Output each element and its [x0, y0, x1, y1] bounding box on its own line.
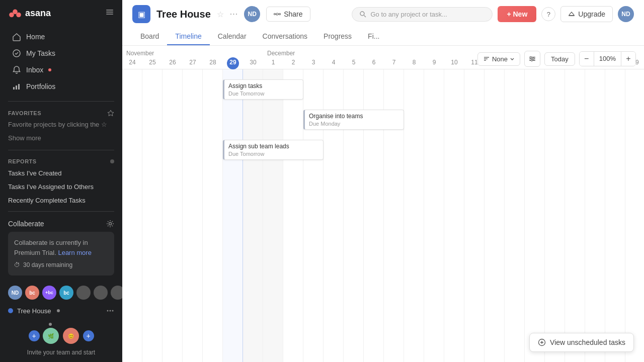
svg-rect-3	[106, 10, 113, 11]
grid-col-26	[163, 69, 183, 362]
svg-rect-4	[106, 12, 113, 13]
svg-point-31	[531, 60, 533, 61]
sidebar-item-home[interactable]: Home	[4, 29, 118, 45]
avatar-plus-bc[interactable]: +bc	[42, 286, 56, 300]
sort-icon	[483, 55, 490, 62]
svg-point-29	[530, 56, 532, 58]
day-cell-10: 10	[444, 58, 464, 69]
asana-logo-icon	[8, 6, 22, 20]
task-card[interactable]: Assign sub team leads Due Tomorrow	[223, 140, 324, 160]
share-label: Share	[284, 10, 302, 18]
help-button[interactable]: ?	[541, 7, 555, 21]
grid-col-27	[183, 69, 203, 362]
user-avatar[interactable]: ND	[618, 6, 634, 22]
project-color-dot	[8, 308, 13, 313]
report-recently-completed[interactable]: Recently Completed Tasks	[0, 194, 122, 207]
zoom-control: − 100% +	[579, 51, 636, 66]
svg-point-17	[279, 14, 281, 15]
invite-plus-button[interactable]: +	[29, 330, 40, 341]
day-cell-27: 27	[183, 58, 203, 69]
svg-point-15	[276, 13, 278, 15]
tab-conversations[interactable]: Conversations	[255, 28, 316, 45]
day-cell-8: 8	[404, 58, 424, 69]
new-button[interactable]: + New	[498, 6, 536, 22]
task-due: Due Tomorrow	[228, 90, 299, 97]
share-button[interactable]: Share	[266, 7, 310, 22]
upgrade-button[interactable]: Upgrade	[560, 6, 613, 22]
grid-col-8	[404, 69, 424, 362]
invite-plus-badge[interactable]: +	[83, 330, 94, 341]
sidebar-toggle-button[interactable]	[105, 8, 114, 19]
day-cell-9: 9	[424, 58, 444, 69]
task-card[interactable]: Assign tasks Due Tomorrow	[223, 79, 303, 100]
tab-timeline[interactable]: Timeline	[167, 28, 209, 45]
favorite-star-icon[interactable]: ☆	[217, 10, 224, 19]
sort-button[interactable]: None	[477, 52, 520, 66]
timeline-area: None Today − 100% + November 24 25 26	[122, 46, 644, 362]
tab-board[interactable]: Board	[132, 28, 167, 45]
day-cell-3: 3	[303, 58, 324, 69]
grid-col-2	[283, 69, 303, 362]
invite-dot	[49, 323, 52, 326]
timeline-controls: None Today − 100% +	[477, 51, 636, 67]
search-icon	[359, 11, 366, 18]
task-due: Due Monday	[309, 121, 399, 127]
view-unscheduled-tasks-button[interactable]: View unscheduled tasks	[529, 333, 634, 352]
avatar-empty-2[interactable]	[94, 286, 108, 300]
task-name: Assign sub team leads	[228, 143, 319, 150]
svg-marker-10	[108, 110, 114, 116]
month-label: November	[122, 50, 263, 58]
grid-col-30	[243, 69, 263, 362]
project-nav-tabs: Board Timeline Calendar Conversations Pr…	[132, 28, 634, 45]
asana-logo[interactable]: asana	[8, 6, 51, 20]
sidebar-navigation: Home My Tasks Inbox Portfolios	[0, 26, 122, 97]
grid-col-17	[585, 69, 605, 362]
project-icon[interactable]: ▣	[132, 5, 150, 23]
grid-col-29	[223, 69, 243, 362]
main-content: ▣ Tree House ☆ ··· ND Share Go to any pr…	[122, 0, 644, 362]
grid-col-9	[424, 69, 444, 362]
day-cell-26: 26	[163, 58, 183, 69]
today-button[interactable]: Today	[544, 52, 575, 66]
search-placeholder: Go to any project or task...	[370, 11, 447, 18]
project-more-icon[interactable]: ···	[230, 10, 238, 19]
timeline-grid-body: Assign tasks Due Tomorrow Organise into …	[122, 69, 644, 362]
sidebar-item-portfolios[interactable]: Portfolios	[4, 78, 118, 95]
report-tasks-created[interactable]: Tasks I've Created	[0, 166, 122, 180]
invite-avatar-2: 😊	[62, 327, 80, 345]
learn-more-link[interactable]: Learn more	[58, 249, 91, 256]
report-tasks-assigned[interactable]: Tasks I've Assigned to Others	[0, 180, 122, 194]
zoom-out-button[interactable]: −	[580, 52, 594, 66]
bar-chart-icon	[12, 82, 21, 91]
avatar-empty-3[interactable]	[111, 286, 122, 300]
svg-line-21	[364, 16, 366, 18]
task-card[interactable]: Organise into teams Due Monday	[303, 110, 404, 130]
avatar-bc[interactable]: bc	[25, 286, 39, 300]
zoom-in-button[interactable]: +	[621, 52, 635, 66]
timeline-options-button[interactable]	[524, 51, 540, 67]
bell-icon	[12, 65, 21, 74]
day-cell-28: 28	[203, 58, 223, 69]
tab-progress[interactable]: Progress	[315, 28, 360, 45]
search-bar[interactable]: Go to any project or task...	[352, 7, 493, 22]
day-cell-24: 24	[122, 58, 142, 69]
day-cell-7: 7	[384, 58, 404, 69]
collaberate-box: Collaberate is currently in Premium Tria…	[8, 232, 114, 276]
avatar-bc2[interactable]: bc	[59, 286, 73, 300]
sidebar-project-tree-house[interactable]: Tree House	[0, 304, 122, 318]
avatar-nd[interactable]: ND	[8, 286, 22, 300]
task-name: Assign tasks	[228, 82, 299, 89]
menu-icon	[105, 8, 114, 17]
sidebar-item-inbox[interactable]: Inbox	[4, 62, 118, 78]
sidebar-divider-3	[8, 211, 114, 212]
show-more-button[interactable]: Show more	[0, 132, 122, 146]
project-more-icon[interactable]	[106, 307, 114, 315]
header-avatar-nd[interactable]: ND	[244, 6, 260, 22]
collaberate-settings-icon[interactable]	[106, 220, 114, 228]
sidebar-item-my-tasks[interactable]: My Tasks	[4, 45, 118, 61]
avatar-empty-1[interactable]	[76, 286, 91, 300]
grid-col-1	[263, 69, 283, 362]
tab-calendar[interactable]: Calendar	[210, 28, 255, 45]
svg-rect-22	[569, 15, 575, 16]
tab-files[interactable]: Fi...	[360, 28, 387, 45]
